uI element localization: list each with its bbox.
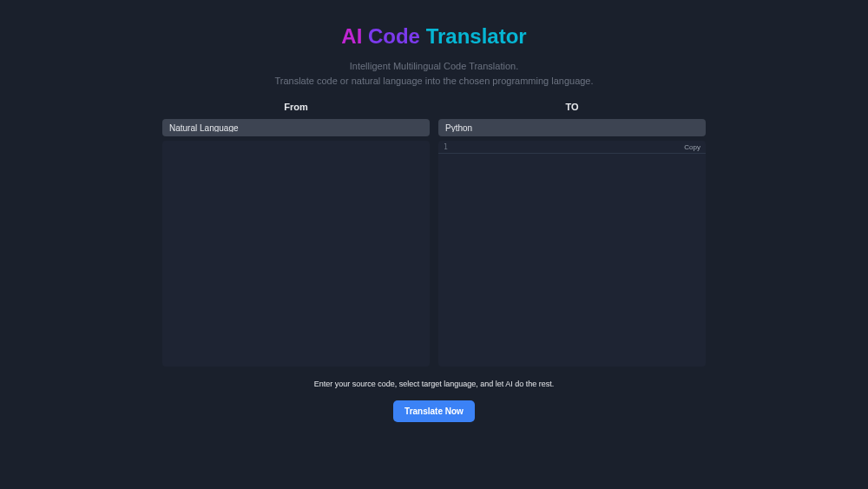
from-label: From [162, 102, 430, 112]
to-label: TO [438, 102, 706, 112]
line-number: 1 [444, 143, 448, 151]
subtitle-line1: Intelligent Multilingual Code Translatio… [274, 59, 593, 74]
subtitle: Intelligent Multilingual Code Translatio… [274, 59, 593, 88]
title-code: Code [368, 24, 420, 48]
subtitle-line2: Translate code or natural language into … [274, 74, 593, 89]
instruction-text: Enter your source code, select target la… [314, 380, 555, 388]
page-title: AI Code Translator [341, 24, 526, 49]
from-panel: From Natural Language [162, 102, 430, 367]
to-panel: TO Python 1 Copy [438, 102, 706, 367]
panels-container: From Natural Language TO Python 1 Copy [162, 102, 706, 367]
title-ai: AI [341, 24, 362, 48]
output-header: 1 Copy [438, 141, 706, 154]
from-language-select[interactable]: Natural Language [162, 119, 430, 136]
output-box: 1 Copy [438, 141, 706, 367]
title-translator: Translator [426, 24, 527, 48]
to-language-select[interactable]: Python [438, 119, 706, 136]
copy-button[interactable]: Copy [684, 143, 700, 151]
translate-button[interactable]: Translate Now [393, 400, 475, 422]
source-input[interactable] [162, 141, 430, 367]
